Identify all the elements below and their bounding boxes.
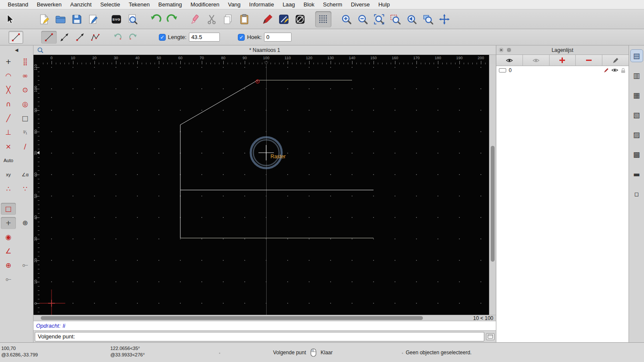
zoom-out-button[interactable]	[355, 11, 371, 27]
restrict-none-button[interactable]: □	[1, 203, 16, 215]
hide-all-layers-button[interactable]	[523, 55, 550, 66]
snap-x-intersection-button[interactable]: ×	[1, 141, 16, 153]
ray-button[interactable]	[72, 31, 88, 44]
menu-item[interactable]: Selectie	[96, 0, 124, 9]
command-line-toggle-button[interactable]	[486, 333, 495, 340]
restrict-horizontal-button[interactable]: ⊕	[18, 217, 33, 229]
snap-entity-box-button[interactable]: □	[18, 112, 33, 124]
menu-item[interactable]: Diverse	[346, 0, 374, 9]
layer-visibility-eye-icon[interactable]	[611, 68, 618, 72]
menu-item[interactable]: Laag	[278, 0, 299, 9]
horizontal-scroll-thumb[interactable]	[41, 316, 423, 320]
previous-view-button[interactable]	[404, 11, 420, 27]
palette-collapse-button[interactable]: ◀	[0, 46, 33, 54]
remove-layer-button[interactable]	[576, 55, 602, 66]
polyline-button[interactable]	[88, 31, 103, 44]
command-line-panel-button[interactable]: ▬	[631, 168, 643, 180]
length-checkbox[interactable]: ✓	[159, 34, 166, 41]
menu-item[interactable]: Scherm	[319, 0, 346, 9]
vertical-scroll-thumb[interactable]	[491, 146, 495, 262]
new-drawing-button[interactable]	[36, 11, 52, 27]
pan-button[interactable]	[436, 11, 453, 27]
menu-item[interactable]: Hulp	[374, 0, 394, 9]
horizontal-scrollbar[interactable]: 10 < 100	[33, 315, 496, 321]
undo-segment-button[interactable]	[110, 31, 125, 44]
snap-middle-button[interactable]: ╱	[1, 112, 16, 124]
restrict-vertical-button[interactable]: ◉	[1, 231, 16, 243]
layer-row[interactable]: 0	[496, 66, 629, 74]
menu-item[interactable]: Bewerken	[33, 0, 66, 9]
snap-tangential-button[interactable]: ∩	[1, 98, 16, 110]
menu-item[interactable]: Blok	[299, 0, 319, 9]
angle-input[interactable]	[264, 33, 292, 42]
vertical-scrollbar[interactable]	[489, 64, 496, 315]
snap-angle-button[interactable]: ∠	[1, 245, 16, 257]
edit-drawing-button[interactable]	[85, 11, 101, 27]
edit-layer-button[interactable]	[602, 55, 629, 66]
erase-button[interactable]	[187, 11, 204, 27]
snap-free-button[interactable]: +	[1, 56, 16, 68]
snap-polar-button[interactable]: ∕	[18, 141, 33, 153]
relative-polar-button[interactable]: ∵	[18, 183, 33, 195]
restrict-orthogonal-button[interactable]: +	[1, 217, 16, 229]
line-angle-button[interactable]	[57, 31, 72, 44]
property-editor-panel-button[interactable]: ▤	[631, 50, 643, 62]
set-relative-zero-button[interactable]: ⊕	[1, 259, 16, 272]
snap-intersection-button[interactable]: ╳	[1, 84, 16, 96]
print-preview-button[interactable]	[125, 11, 141, 27]
open-drawing-button[interactable]	[52, 11, 69, 27]
view-list-panel-button[interactable]: ▧	[631, 109, 643, 121]
menu-item[interactable]: Modificeren	[186, 0, 224, 9]
draft-mode-button[interactable]	[292, 11, 308, 27]
zoom-selection-button[interactable]	[387, 11, 404, 27]
snap-center-button[interactable]: ⊙	[18, 84, 33, 96]
snap-auto-button[interactable]: Auto	[1, 155, 16, 167]
zoom-in-button[interactable]	[338, 11, 355, 27]
snap-on-entity-button[interactable]: ∞	[18, 70, 33, 82]
menu-item[interactable]: Vang	[224, 0, 245, 9]
menu-item[interactable]: Tekenen	[125, 0, 154, 9]
length-input[interactable]	[189, 33, 220, 42]
close-panel-icon[interactable]	[498, 47, 504, 53]
undo-button[interactable]	[148, 11, 164, 27]
lock-relative-zero-button[interactable]: o┄	[18, 259, 33, 272]
drawing-preferences-button[interactable]	[276, 11, 292, 27]
layer-edit-pencil-icon[interactable]	[604, 67, 609, 73]
save-drawing-button[interactable]	[69, 11, 85, 27]
menu-item[interactable]: Bestand	[3, 0, 33, 9]
zoom-window-button[interactable]	[420, 11, 436, 27]
copy-button[interactable]	[220, 11, 236, 27]
block-list-panel-button[interactable]: ▦	[631, 89, 643, 101]
menu-item[interactable]: Informatie	[245, 0, 278, 9]
add-layer-button[interactable]	[550, 55, 576, 66]
coordinate-cartesian-button[interactable]: xy	[1, 169, 16, 181]
grid-toggle-button[interactable]	[315, 11, 331, 27]
command-input[interactable]: Volgende punt:	[35, 332, 484, 341]
selection-tool-button[interactable]	[2, 11, 18, 27]
line-two-points-button[interactable]	[41, 31, 57, 44]
svg-export-button[interactable]: SVG	[108, 11, 125, 27]
selection-filter-panel-button[interactable]: ▨	[631, 129, 643, 141]
snap-reference-button[interactable]: ◎	[18, 98, 33, 110]
relative-zero-key-button[interactable]: o┄	[1, 274, 16, 286]
auto-zoom-button[interactable]	[371, 11, 387, 27]
library-browser-panel-button[interactable]: ▩	[631, 148, 643, 160]
redo-segment-button[interactable]	[125, 31, 141, 44]
detach-panel-icon[interactable]	[506, 47, 512, 53]
snap-distance-button[interactable]: ²∕₁	[18, 127, 33, 139]
angle-checkbox[interactable]: ✓	[238, 34, 245, 41]
pen-properties-button[interactable]	[259, 11, 276, 27]
drawing-canvas[interactable]: Raster	[39, 64, 489, 315]
layer-list-panel-button[interactable]: ▥	[631, 69, 643, 81]
clipboard-panel-button[interactable]: ▫	[631, 188, 643, 200]
coordinate-polar-button[interactable]: ∠α	[18, 169, 33, 181]
show-all-layers-button[interactable]	[496, 55, 523, 66]
snap-perpendicular-button[interactable]: ⊥	[1, 127, 16, 139]
relative-cartesian-button[interactable]: ∴	[1, 183, 16, 195]
snap-endpoints-button[interactable]: ◠	[1, 70, 16, 82]
cut-button[interactable]	[204, 11, 220, 27]
menu-item[interactable]: Bemating	[154, 0, 186, 9]
snap-grid-button[interactable]: ⣿	[18, 56, 33, 68]
paste-button[interactable]	[236, 11, 252, 27]
layer-lock-icon[interactable]	[620, 67, 626, 73]
